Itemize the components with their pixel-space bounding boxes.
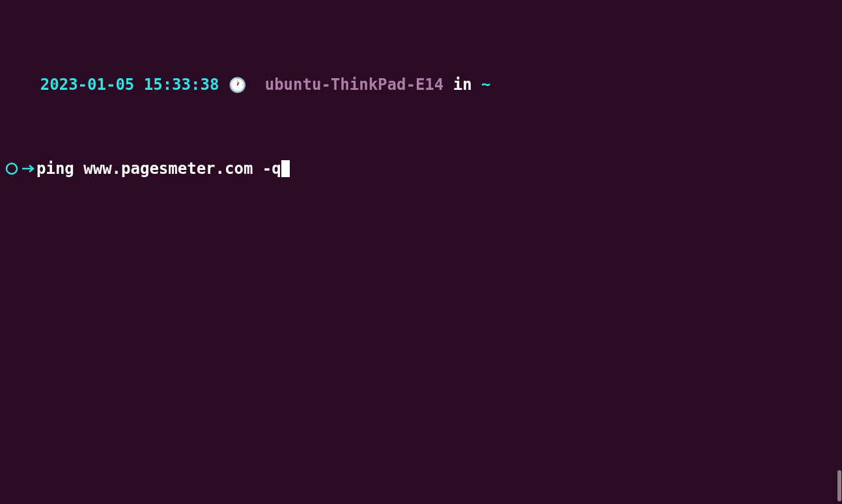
hostname: ubuntu-ThinkPad-E14 — [265, 76, 444, 94]
svg-point-0 — [7, 163, 17, 174]
scrollbar-thumb[interactable] — [837, 470, 841, 501]
cursor-block — [281, 160, 290, 177]
timestamp: 2023-01-05 15:33:38 — [40, 76, 219, 94]
cwd-path: ~ — [481, 76, 490, 94]
clock-icon: 🕐 — [229, 75, 246, 96]
circle-icon — [4, 161, 20, 176]
arrow-icon — [22, 161, 35, 176]
terminal-output[interactable]: 2023-01-05 15:33:38 🕐 ubuntu-ThinkPad-E1… — [0, 0, 842, 200]
scrollbar[interactable] — [836, 0, 841, 504]
prompt-line-2: ping www.pagesmeter.com -q — [3, 158, 842, 179]
prompt-line-1: 2023-01-05 15:33:38 🕐 ubuntu-ThinkPad-E1… — [3, 53, 842, 117]
command-input[interactable]: ping www.pagesmeter.com -q — [36, 158, 281, 179]
in-word: in — [453, 76, 472, 94]
